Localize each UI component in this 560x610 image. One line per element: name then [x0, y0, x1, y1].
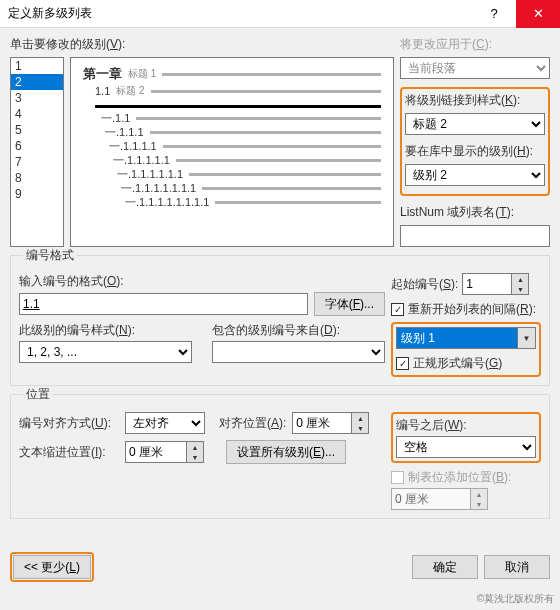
spin-up-icon: ▲ [471, 489, 487, 499]
level-item-9[interactable]: 9 [11, 186, 63, 202]
tab-add-input [391, 488, 471, 510]
level-style-select[interactable]: 1, 2, 3, ... [19, 341, 192, 363]
preview-pane: 第一章标题 1 1.1标题 2 一.1.1 一.1.1.1 一.1.1.1.1 … [70, 57, 394, 247]
show-in-library-select[interactable]: 级别 2 [405, 164, 545, 186]
restart-label: 重新开始列表的间隔(R): [408, 301, 536, 318]
spin-down-icon[interactable]: ▼ [352, 423, 368, 433]
checkbox-icon [391, 471, 404, 484]
number-format-group: 编号格式 输入编号的格式(O): 字体(F)... 此级别的编号样式(N): 1… [10, 255, 550, 386]
set-all-levels-button[interactable]: 设置所有级别(E)... [226, 440, 346, 464]
tab-add-label: 制表位添加位置(B): [408, 469, 511, 486]
preview-num: 一.1.1.1.1 [109, 139, 157, 154]
help-button[interactable]: ? [472, 0, 516, 28]
start-at-label: 起始编号(S): [391, 276, 458, 293]
spin-up-icon[interactable]: ▲ [512, 274, 528, 284]
level-item-1[interactable]: 1 [11, 58, 63, 74]
position-group: 位置 编号对齐方式(U): 左对齐 对齐位置(A): ▲▼ 文本缩进位置(I): [10, 394, 550, 519]
start-at-input[interactable] [462, 273, 512, 295]
preview-heading: 标题 1 [128, 67, 156, 81]
after-number-select[interactable]: 空格 [396, 436, 536, 458]
link-style-label: 将级别链接到样式(K): [405, 92, 545, 109]
preview-num: 一.1.1 [101, 111, 130, 126]
apply-to-label: 将更改应用于(C): [400, 36, 550, 53]
level-item-3[interactable]: 3 [11, 90, 63, 106]
level-item-5[interactable]: 5 [11, 122, 63, 138]
include-from-select[interactable] [212, 341, 385, 363]
ok-button[interactable]: 确定 [412, 555, 478, 579]
level-style-label: 此级别的编号样式(N): [19, 322, 192, 339]
link-style-select[interactable]: 标题 2 [405, 113, 545, 135]
level-list-label: 单击要修改的级别(V): [10, 36, 394, 53]
footer: << 更少(L) 确定 取消 [10, 552, 550, 582]
level-item-4[interactable]: 4 [11, 106, 63, 122]
spin-down-icon[interactable]: ▼ [187, 452, 203, 462]
level-item-7[interactable]: 7 [11, 154, 63, 170]
font-button[interactable]: 字体(F)... [314, 292, 385, 316]
chevron-down-icon[interactable]: ▼ [518, 327, 536, 349]
checkbox-icon: ✓ [391, 303, 404, 316]
preview-num: 第一章 [83, 65, 122, 83]
indent-label: 文本缩进位置(I): [19, 444, 119, 461]
align-label: 编号对齐方式(U): [19, 415, 119, 432]
title-bar: 定义新多级列表 ? ✕ [0, 0, 560, 28]
level-item-6[interactable]: 6 [11, 138, 63, 154]
tab-add-spinner: ▲▼ [391, 488, 541, 510]
preview-num: 一.1.1.1.1.1.1.1 [121, 181, 196, 196]
level-list[interactable]: 1 2 3 4 5 6 7 8 9 [10, 57, 64, 247]
enter-format-input[interactable] [19, 293, 308, 315]
less-button[interactable]: << 更少(L) [13, 555, 91, 579]
include-from-label: 包含的级别编号来自(D): [212, 322, 385, 339]
align-at-label: 对齐位置(A): [219, 415, 286, 432]
cancel-button[interactable]: 取消 [484, 555, 550, 579]
checkbox-icon: ✓ [396, 357, 409, 370]
apply-to-select[interactable]: 当前段落 [400, 57, 550, 79]
enter-format-label: 输入编号的格式(O): [19, 273, 385, 290]
watermark: ©莫浅北版权所有 [477, 592, 554, 606]
legal-format-check[interactable]: ✓ 正规形式编号(G) [396, 355, 536, 372]
preview-num: 一.1.1.1 [105, 125, 144, 140]
legal-format-label: 正规形式编号(G) [413, 355, 502, 372]
align-at-input[interactable] [292, 412, 352, 434]
level-item-8[interactable]: 8 [11, 170, 63, 186]
after-number-label: 编号之后(W): [396, 417, 536, 434]
dialog-content: 单击要修改的级别(V): 将更改应用于(C): 1 2 3 4 5 6 7 8 … [0, 28, 560, 519]
restart-level-select[interactable]: 级别 1 [396, 327, 518, 349]
spin-down-icon: ▼ [471, 499, 487, 509]
spin-up-icon[interactable]: ▲ [187, 442, 203, 452]
preview-num: 1.1 [95, 85, 110, 97]
restart-check[interactable]: ✓ 重新开始列表的间隔(R): [391, 301, 541, 318]
preview-heading: 标题 2 [116, 84, 144, 98]
window-title: 定义新多级列表 [0, 5, 472, 22]
align-at-spinner[interactable]: ▲▼ [292, 412, 369, 434]
level-item-2[interactable]: 2 [11, 74, 63, 90]
preview-num: 一.1.1.1.1.1.1 [117, 167, 183, 182]
preview-num: 一.1.1.1.1.1 [113, 153, 170, 168]
spin-down-icon[interactable]: ▼ [512, 284, 528, 294]
align-select[interactable]: 左对齐 [125, 412, 205, 434]
start-at-spinner[interactable]: ▲▼ [462, 273, 529, 295]
tab-add-check[interactable]: 制表位添加位置(B): [391, 469, 541, 486]
position-legend: 位置 [23, 386, 53, 403]
number-format-legend: 编号格式 [23, 247, 77, 264]
preview-num: 一.1.1.1.1.1.1.1.1 [125, 195, 209, 210]
indent-input[interactable] [125, 441, 187, 463]
spin-up-icon[interactable]: ▲ [352, 413, 368, 423]
indent-spinner[interactable]: ▲▼ [125, 441, 204, 463]
close-button[interactable]: ✕ [516, 0, 560, 28]
show-in-library-label: 要在库中显示的级别(H): [405, 143, 545, 160]
listnum-label: ListNum 域列表名(T): [400, 204, 550, 221]
listnum-input[interactable] [400, 225, 550, 247]
